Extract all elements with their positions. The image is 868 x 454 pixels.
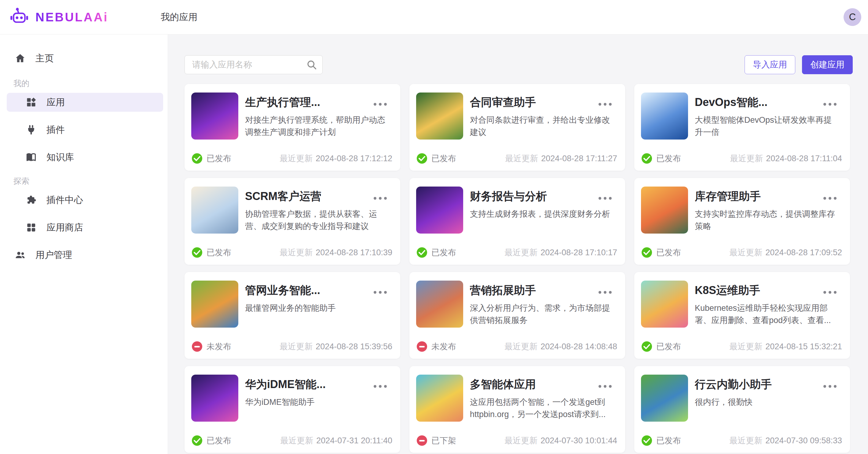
- more-menu-button[interactable]: [372, 383, 389, 390]
- updated-info: 最近更新2024-08-28 14:08:48: [504, 341, 617, 352]
- more-menu-button[interactable]: [822, 383, 838, 390]
- sidebar-item-label: 应用: [46, 96, 65, 109]
- updated-info: 最近更新2024-08-28 17:11:04: [730, 153, 842, 164]
- status-label: 已发布: [207, 435, 231, 446]
- sidebar-item-app-store[interactable]: 应用商店: [7, 218, 163, 237]
- more-menu-button[interactable]: [822, 195, 838, 201]
- sidebar-section-my: 我的: [13, 78, 168, 89]
- app-card-title: 行云内勤小助手: [695, 377, 814, 392]
- status-label: 已发布: [656, 341, 681, 352]
- ellipsis-dot: [834, 291, 837, 294]
- updated-info: 最近更新2024-08-15 15:32:21: [729, 341, 842, 352]
- more-menu-button[interactable]: [597, 101, 614, 107]
- app-card[interactable]: K8S运维助手 Kubernetes运维助手轻松实现应用部署、应用删除、查看po…: [634, 272, 850, 359]
- status-badge: [192, 153, 202, 164]
- top-header: NEBULAAi 我的应用 C: [0, 0, 868, 34]
- ellipsis-dot: [829, 103, 831, 106]
- create-app-button[interactable]: 创建应用: [802, 55, 853, 74]
- sidebar-item-plugins[interactable]: 插件: [7, 120, 163, 139]
- app-card-footer: 未发布 最近更新2024-08-28 15:39:56: [192, 341, 392, 352]
- app-card[interactable]: 合同审查助手 对合同条款进行审查，并给出专业修改建议 已发布 最近更新2024-…: [409, 84, 625, 171]
- app-card[interactable]: 营销拓展助手 深入分析用户行为、需求，为市场部提供营销拓展服务 未发布 最近更新…: [409, 272, 625, 359]
- app-card[interactable]: 生产执行管理... 对接生产执行管理系统，帮助用户动态调整生产调度和排产计划 已…: [185, 84, 400, 171]
- sidebar-item-home[interactable]: 主页: [7, 49, 163, 68]
- check-icon: [644, 156, 650, 161]
- app-card-footer: 已发布 最近更新2024-08-28 17:12:12: [192, 153, 392, 164]
- sidebar-item-plugin-center[interactable]: 插件中心: [7, 191, 163, 209]
- app-card-description: 对合同条款进行审查，并给出专业修改建议: [470, 114, 612, 138]
- ellipsis-dot: [384, 291, 387, 294]
- status-label: 已下架: [431, 435, 456, 446]
- app-card-title: SCRM客户运营: [245, 189, 365, 204]
- ellipsis-dot: [374, 291, 376, 294]
- app-card[interactable]: 库存管理助手 支持实时监控库存动态，提供调整库存策略 已发布 最近更新2024-…: [634, 178, 850, 265]
- app-card-description: 这应用包括两个智能，一个发送get到httpbin.org，另一个发送post请…: [470, 396, 612, 420]
- updated-label: 最近更新: [280, 154, 313, 163]
- ellipsis-dot: [374, 385, 376, 388]
- more-menu-button[interactable]: [372, 195, 389, 201]
- app-card-description: 对接生产执行管理系统，帮助用户动态调整生产调度和排产计划: [245, 114, 387, 138]
- app-card-footer: 已发布 最近更新2024-07-30 09:58:33: [642, 435, 842, 446]
- updated-time: 2024-08-28 17:10:17: [540, 248, 617, 257]
- users-icon: [15, 250, 26, 260]
- more-menu-button[interactable]: [597, 289, 614, 296]
- app-card-description: 很内行，很勤快: [695, 396, 837, 408]
- ellipsis-dot: [384, 103, 387, 106]
- app-card[interactable]: 财务报告与分析 支持生成财务报表，提供深度财务分析 已发布 最近更新2024-0…: [409, 178, 625, 265]
- ellipsis-dot: [824, 291, 826, 294]
- app-card[interactable]: DevOps智能... 大模型智能体DevOps让研发效率再提升一倍 已发布 最…: [634, 84, 850, 171]
- ellipsis-dot: [604, 103, 607, 106]
- status-label: 已发布: [207, 247, 231, 258]
- app-thumbnail: [416, 281, 463, 328]
- ellipsis-dot: [829, 291, 831, 294]
- app-thumbnail: [191, 281, 238, 328]
- app-card-title: 合同审查助手: [470, 95, 590, 110]
- more-menu-button[interactable]: [822, 101, 838, 107]
- more-menu-button[interactable]: [597, 383, 614, 390]
- apps-toolbar: 导入应用 创建应用: [185, 55, 853, 74]
- app-card-description: Kubernetes运维助手轻松实现应用部署、应用删除、查看pod列表、查看..…: [695, 302, 837, 326]
- more-menu-button[interactable]: [822, 289, 838, 296]
- sidebar-item-user-management[interactable]: 用户管理: [7, 246, 163, 264]
- updated-info: 最近更新2024-08-28 17:10:17: [504, 247, 617, 258]
- app-card-footer: 已发布 最近更新2024-08-28 17:11:27: [417, 153, 617, 164]
- updated-time: 2024-08-28 15:39:56: [316, 342, 392, 351]
- import-app-button[interactable]: 导入应用: [745, 55, 795, 74]
- user-avatar[interactable]: C: [843, 8, 861, 26]
- updated-label: 最近更新: [280, 248, 313, 257]
- brand-logo[interactable]: NEBULAAi: [0, 7, 159, 27]
- ellipsis-dot: [604, 385, 607, 388]
- more-menu-button[interactable]: [597, 195, 614, 201]
- app-card-footer: 未发布 最近更新2024-08-28 14:08:48: [417, 341, 617, 352]
- app-card[interactable]: 行云内勤小助手 很内行，很勤快 已发布 最近更新2024-07-30 09:58…: [634, 366, 850, 453]
- ellipsis-dot: [609, 103, 612, 106]
- app-card[interactable]: 管网业务智能... 最懂管网业务的智能助手 未发布 最近更新2024-08-28…: [185, 272, 400, 359]
- check-icon: [418, 250, 425, 255]
- check-icon: [194, 156, 200, 161]
- ellipsis-dot: [824, 385, 826, 388]
- sidebar-item-knowledge[interactable]: 知识库: [7, 148, 163, 167]
- app-card-description: 支持生成财务报表，提供深度财务分析: [470, 208, 612, 220]
- sidebar-item-apps[interactable]: 应用: [7, 93, 163, 112]
- app-thumbnail: [191, 93, 238, 139]
- more-menu-button[interactable]: [372, 289, 389, 296]
- brand-name: NEBULAAi: [35, 10, 108, 24]
- sidebar-item-label: 知识库: [46, 151, 74, 164]
- updated-info: 最近更新2024-07-30 10:01:44: [504, 435, 617, 446]
- check-icon: [644, 438, 650, 443]
- app-thumbnail: [416, 375, 463, 422]
- appstore-icon: [26, 222, 37, 233]
- status-badge: [417, 247, 427, 258]
- more-menu-button[interactable]: [372, 101, 389, 107]
- book-icon: [26, 152, 37, 163]
- app-card[interactable]: 华为iDME智能... 华为iDME智能助手 已发布 最近更新2024-07-3…: [185, 366, 400, 453]
- app-card-title: 多智能体应用: [470, 377, 590, 392]
- updated-time: 2024-08-28 17:12:12: [316, 154, 392, 163]
- status-label: 未发布: [431, 341, 456, 352]
- app-card[interactable]: SCRM客户运营 协助管理客户数据，提供从获客、运营、成交到复购的专业指导和建议…: [185, 178, 400, 265]
- search-input[interactable]: [185, 55, 322, 74]
- app-card[interactable]: 多智能体应用 这应用包括两个智能，一个发送get到httpbin.org，另一个…: [409, 366, 625, 453]
- updated-time: 2024-08-28 17:11:27: [541, 154, 617, 163]
- sidebar-item-label: 插件中心: [46, 194, 83, 206]
- ellipsis-dot: [829, 197, 831, 200]
